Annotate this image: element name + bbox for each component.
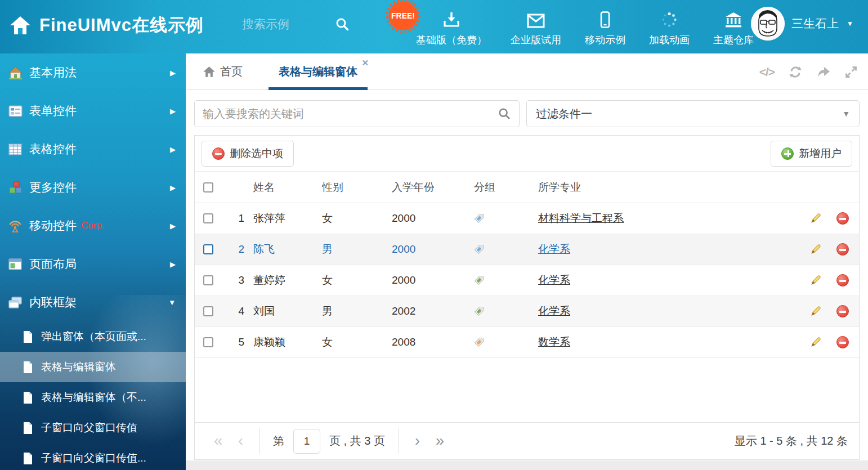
edit-icon[interactable]: [810, 274, 822, 287]
major-link[interactable]: 化学系: [538, 305, 570, 317]
tab-grid-edit-window[interactable]: 表格与编辑窗体 ✕: [269, 53, 368, 90]
column-header-name[interactable]: 姓名: [249, 180, 317, 195]
page-bottom-strip: [186, 460, 868, 470]
search-icon[interactable]: [335, 17, 350, 32]
row-checkbox[interactable]: [203, 213, 213, 223]
sidebar-item-more-controls[interactable]: 更多控件 ▶: [0, 168, 186, 207]
column-header-major[interactable]: 所学专业: [534, 180, 796, 195]
table-empty-area: [195, 358, 859, 422]
chevron-down-icon: ▼: [842, 109, 850, 118]
app-title: FineUIMvc在线示例: [39, 14, 204, 37]
table-row[interactable]: 3 董婷婷 女 2000 化学系: [195, 265, 859, 296]
home-icon: [203, 66, 216, 78]
table-row[interactable]: 4 刘国 男 2002 化学系: [195, 296, 859, 327]
source-code-icon[interactable]: </>: [759, 65, 775, 79]
pager-divider: [259, 428, 259, 454]
first-page-button[interactable]: «: [206, 433, 230, 449]
last-page-button[interactable]: »: [428, 433, 452, 449]
row-index: 4: [222, 305, 249, 317]
sidebar-subitem-child-to-parent[interactable]: 子窗口向父窗口传值: [0, 413, 186, 443]
cell-name: 陈飞: [249, 242, 317, 257]
cell-gender: 女: [317, 211, 387, 226]
row-checkbox[interactable]: [203, 244, 213, 254]
add-user-button[interactable]: 新增用户: [771, 141, 852, 167]
cell-name: 康颖颖: [249, 335, 317, 350]
edit-icon[interactable]: [810, 336, 822, 348]
spinner-icon: [661, 8, 678, 28]
delete-row-icon[interactable]: [836, 336, 849, 348]
logo[interactable]: FineUIMvc在线示例: [9, 14, 204, 37]
edit-icon[interactable]: [810, 243, 822, 256]
table-row[interactable]: 5 康颖颖 女 2008 数学系: [195, 327, 859, 358]
sidebar-subitem-grid-edit-window-2[interactable]: 表格与编辑窗体（不...: [0, 382, 186, 413]
row-index: 5: [222, 336, 249, 348]
sidebar-item-label: 移动控件: [29, 218, 77, 234]
sidebar-item-basic-usage[interactable]: 基本用法 ▶: [0, 53, 186, 92]
prev-page-button[interactable]: ‹: [230, 433, 251, 449]
delete-row-icon[interactable]: [836, 305, 849, 317]
column-header-year[interactable]: 入学年份: [387, 180, 469, 195]
search-icon[interactable]: [498, 107, 511, 120]
menu-item-enterprise-trial[interactable]: 企业版试用: [499, 8, 573, 47]
sidebar-subitem-grid-edit-window[interactable]: 表格与编辑窗体: [0, 352, 186, 382]
delete-row-icon[interactable]: [836, 274, 849, 287]
column-header-group[interactable]: 分组: [469, 180, 534, 195]
column-header-gender[interactable]: 性别: [317, 180, 387, 195]
file-icon: [23, 452, 33, 465]
main-content: 首页 表格与编辑窗体 ✕ </>: [186, 53, 868, 470]
sidebar-item-iframe[interactable]: 内联框架 ▼: [0, 283, 186, 321]
expand-icon[interactable]: [844, 65, 858, 79]
delete-row-icon[interactable]: [836, 212, 849, 225]
edit-icon[interactable]: [810, 212, 822, 225]
sidebar-item-page-layout[interactable]: 页面布局 ▶: [0, 245, 186, 283]
menu-item-loading-animation[interactable]: 加载动画: [637, 8, 701, 47]
select-all-checkbox[interactable]: [203, 182, 213, 193]
major-link[interactable]: 材料科学与工程系: [538, 212, 624, 224]
mobile-icon: [600, 8, 610, 28]
app-window: FineUIMvc在线示例 FREE!: [0, 0, 868, 470]
header-search-input[interactable]: [242, 17, 335, 31]
major-link[interactable]: 数学系: [538, 336, 570, 348]
signal-icon: [8, 220, 23, 232]
major-link[interactable]: 化学系: [538, 274, 570, 286]
sidebar-subitem-popup-window[interactable]: 弹出窗体（本页面或...: [0, 321, 186, 352]
sidebar-subitem-label: 弹出窗体（本页面或...: [41, 329, 146, 344]
row-checkbox[interactable]: [203, 337, 213, 347]
table-header-row: 姓名 性别 入学年份 分组 所学专业: [195, 172, 859, 203]
close-icon[interactable]: ✕: [361, 58, 369, 68]
delete-row-icon[interactable]: [836, 243, 849, 256]
sidebar: 基本用法 ▶ 表单控件 ▶: [0, 53, 186, 470]
refresh-icon[interactable]: [788, 65, 803, 79]
menu-item-label: 主题仓库: [713, 33, 754, 47]
major-link[interactable]: 化学系: [538, 243, 570, 255]
sidebar-item-mobile-controls[interactable]: 移动控件 Corp. ▶: [0, 207, 186, 245]
table-row[interactable]: 2 陈飞 男 2000 化学系: [195, 234, 859, 265]
cell-group: [469, 213, 534, 223]
next-page-button[interactable]: ›: [407, 433, 428, 449]
row-index: 3: [222, 274, 249, 287]
row-checkbox[interactable]: [203, 275, 213, 285]
row-checkbox[interactable]: [203, 306, 213, 316]
grid-panel: 删除选中项 新增用户 姓名 性别 入学年份 分组 所学专业: [194, 135, 860, 460]
tag-icon: [474, 275, 484, 285]
table-row[interactable]: 1 张萍萍 女 2000 材料科学与工程系: [195, 203, 859, 234]
menu-item-mobile-demos[interactable]: 移动示例: [573, 8, 637, 47]
tab-home[interactable]: 首页: [203, 64, 243, 79]
sidebar-item-label: 表单控件: [29, 103, 77, 119]
user-menu[interactable]: 三生石上 ▼: [751, 7, 853, 41]
filter-dropdown[interactable]: 过滤条件一 ▼: [526, 100, 860, 127]
page-number-input[interactable]: [293, 429, 320, 454]
menu-item-basic-edition[interactable]: 基础版（免费）: [404, 8, 499, 47]
file-icon: [23, 391, 33, 404]
chevron-right-icon: ▶: [170, 145, 176, 154]
keyword-search-input[interactable]: [203, 108, 498, 120]
cell-gender: 女: [317, 273, 387, 288]
download-icon: [443, 8, 460, 28]
delete-selected-button[interactable]: 删除选中项: [202, 141, 294, 167]
edit-icon[interactable]: [810, 305, 822, 317]
sidebar-subitem-child-to-parent-2[interactable]: 子窗口向父窗口传值...: [0, 443, 186, 470]
share-icon[interactable]: [816, 66, 831, 78]
cell-year: 2000: [387, 212, 469, 225]
sidebar-item-form-controls[interactable]: 表单控件 ▶: [0, 92, 186, 130]
sidebar-item-grid-controls[interactable]: 表格控件 ▶: [0, 130, 186, 168]
